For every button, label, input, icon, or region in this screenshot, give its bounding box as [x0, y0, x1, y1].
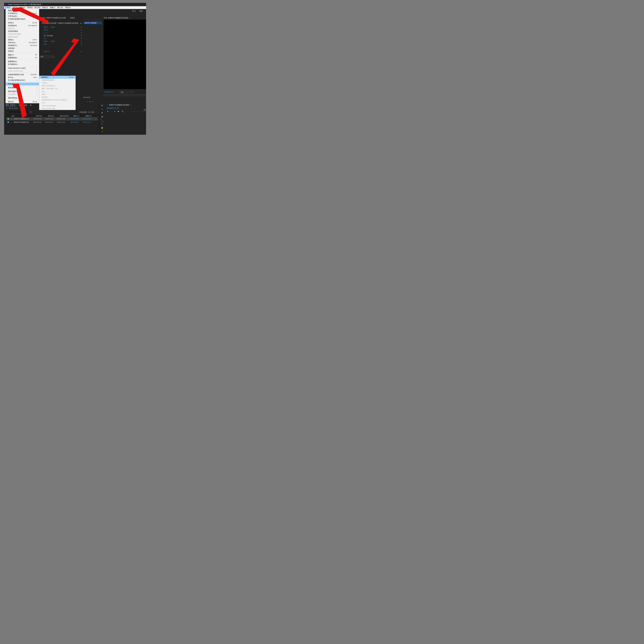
effect-param-row[interactable]: 100.0↺ — [39, 31, 83, 34]
menu-w[interactable]: 窗口(W) — [56, 6, 64, 9]
panel-footer-icons: ▽ ▶ ⎘ — [87, 100, 94, 103]
file-menu-item[interactable]: Adobe Dynamic Link(K)> — [6, 67, 39, 69]
program-zoom-select[interactable]: 适合 ⌄ — [120, 91, 129, 94]
reset-icon[interactable]: ↺ — [81, 51, 82, 53]
markers-icon[interactable]: ▸ — [115, 110, 115, 112]
effect-track-strip[interactable]: 赤峰翁牛特旗摄影 — [84, 22, 102, 24]
reset-icon[interactable]: ↺ — [81, 43, 82, 45]
play-icon[interactable]: ▶ — [81, 22, 82, 24]
effect-param-row[interactable]: 100.0↺ — [39, 29, 83, 31]
effect-param-row[interactable]: 960.0540.0↺ — [39, 26, 83, 29]
tool-button[interactable]: ✥ — [101, 112, 103, 114]
tool-button[interactable]: T — [101, 130, 103, 133]
dropdown-icon: ⌄ — [127, 91, 128, 93]
file-menu-item[interactable]: 设为脱机(O)... — [6, 63, 39, 66]
program-monitor-viewport[interactable] — [104, 20, 146, 89]
menu-v[interactable]: 视图(V) — [49, 6, 56, 9]
track-clip-name: 赤峰翁牛特旗摄影 — [84, 22, 97, 24]
export-submenu[interactable]: 媒体(M)...Ctrl+M动态图形模板(R)...字幕(C)...磁带 (DV… — [39, 76, 76, 110]
col-media-start[interactable]: 媒体开始 — [35, 114, 47, 117]
play-small-icon[interactable]: ▶ — [90, 100, 91, 103]
file-menu-item[interactable]: 捕捉(T)...F5 — [6, 53, 39, 56]
reset-icon[interactable]: ↺ — [81, 32, 82, 34]
export-menu-item: Avid Log Exchange... — [39, 104, 75, 107]
tool-button[interactable]: ✋ — [101, 126, 103, 129]
annotation-arrow-1 — [10, 7, 49, 24]
export-icon[interactable]: ⎘ — [92, 100, 94, 103]
export-menu-item: EDL... — [39, 90, 75, 93]
window-title: Adobe Premiere Pro 2020 - E:\暂存盘\未命名 * — [8, 3, 42, 6]
file-menu-item[interactable]: 关闭项目(P)Ctrl+Shift+W — [6, 24, 39, 27]
program-zoom-value: 适合 — [121, 91, 124, 93]
close-icon[interactable]: × — [107, 104, 108, 106]
settings-icon[interactable]: ◆ — [118, 110, 119, 112]
export-menu-item: AAF... — [39, 101, 75, 104]
col-media-dur[interactable]: 媒体持续时间 — [59, 114, 72, 117]
tool-button[interactable]: ⇢ — [101, 108, 103, 110]
program-timecode[interactable]: 00:04:11:17 — [105, 91, 114, 93]
file-menu-item[interactable]: 保存副本(Y)...Ctrl+Alt+S — [6, 44, 39, 47]
file-menu-item[interactable]: 链接媒体(L)... — [6, 60, 39, 63]
program-monitor-title: 节目: 赤峰翁牛特旗摄影活动花絮 ≡ — [104, 17, 130, 19]
file-menu-item[interactable]: 关闭所有项目 — [6, 30, 39, 33]
svg-marker-2 — [13, 84, 27, 118]
col-video-in[interactable]: 视频入点 — [72, 114, 84, 117]
tool-button[interactable]: ▶ — [101, 104, 103, 107]
checkbox-icon[interactable]: ✓ — [44, 35, 46, 37]
timeline-timecode[interactable]: 00:04:11:17 — [107, 107, 119, 110]
file-menu-item[interactable]: 另存为(A)...Ctrl+Shift+S — [6, 41, 39, 44]
tab-assembly[interactable]: 组件 — [139, 10, 143, 12]
snap-icon[interactable]: ✱ — [107, 110, 109, 112]
tab-libraries[interactable]: 库 — [30, 104, 32, 106]
tool-button[interactable]: ✎ — [101, 123, 103, 125]
effect-param-row[interactable]: ✓等比缩放↺ — [39, 34, 83, 37]
project-list-view-button[interactable]: ▤ — [30, 111, 32, 113]
project-selection-status: 1 项已选择，共 2 项 — [79, 111, 94, 113]
export-menu-item: OMF... — [39, 93, 75, 96]
timeline-tab[interactable]: × 赤峰翁牛特旗摄影活动花絮 ≡ — [107, 104, 131, 106]
export-menu-item: 字幕(C)... — [39, 82, 75, 84]
timeline-panel: ▶⇢✥◆|↔|✎✋T × 赤峰翁牛特旗摄影活动花絮 ≡ 00:04:11:17 … — [100, 103, 146, 135]
file-menu-item[interactable]: 还原(R) — [6, 50, 39, 53]
program-menu-icon[interactable]: ≡ — [129, 17, 130, 19]
menu-burger-icon[interactable]: ≡ — [130, 104, 131, 106]
file-menu-item[interactable]: 全部保存 — [6, 47, 39, 50]
file-menu-item[interactable]: 保存(S)Ctrl+S — [6, 38, 39, 41]
workspace-tabs[interactable]: 学习 组件 — [132, 9, 146, 13]
reset-icon[interactable]: ↺ — [81, 38, 82, 39]
tool-button[interactable]: |↔| — [101, 119, 103, 122]
reset-icon[interactable]: ↺ — [81, 40, 82, 42]
reset-icon[interactable]: ↺ — [81, 29, 82, 31]
filter-icon[interactable]: ▽ — [87, 100, 88, 103]
file-menu-item[interactable]: 批量捕捉(B)...F6 — [6, 56, 39, 59]
export-menu-item: 标记(M)... — [39, 96, 75, 99]
program-fullres-button[interactable] — [131, 91, 133, 93]
reset-icon[interactable]: ↺ — [81, 26, 82, 28]
label-chip — [7, 118, 9, 120]
tab-learn[interactable]: 学习 — [132, 10, 136, 12]
file-menu-item[interactable]: 从媒体浏览器导入(M)Ctrl+Alt+I — [6, 73, 39, 76]
pr-logo-icon: Pr — [5, 3, 7, 6]
file-menu-item[interactable]: 导入(I)...Ctrl+I — [6, 76, 39, 79]
col-video-out[interactable]: 视频出点 — [84, 114, 97, 117]
reset-icon[interactable]: ↺ — [81, 35, 82, 37]
file-menu-item: Adobe Anywhere(H)> — [6, 69, 39, 72]
wrench-icon[interactable]: 🔧 — [121, 110, 124, 112]
tool-button[interactable]: ◆ — [101, 115, 103, 118]
export-menu-item: 磁带 (DV/HDV)(T)... — [39, 84, 75, 87]
tab-metadata[interactable]: 元数据 — [70, 17, 75, 19]
file-menu-item: 刷新所有项目 — [6, 36, 39, 38]
program-ruler[interactable] — [104, 95, 146, 96]
clip-icon: ▭ — [10, 121, 13, 123]
linked-sel-icon[interactable]: ∩ — [111, 110, 112, 112]
mini-scrollbar[interactable] — [83, 97, 90, 98]
col-media-end[interactable]: 媒体结束 — [47, 114, 59, 117]
file-menu-item[interactable]: 导入最近使用的文件(F)> — [6, 79, 39, 82]
project-row[interactable]: ▭赤峰翁牛特旗摄影活动00:00:00:0000:04:11:2400:04:1… — [6, 121, 98, 124]
timeline-tools[interactable]: ▶⇢✥◆|↔|✎✋T — [100, 104, 104, 133]
svg-marker-1 — [51, 38, 79, 77]
list-icon: ▤ — [30, 111, 32, 113]
svg-marker-0 — [12, 7, 49, 23]
timeline-sequence-name: 赤峰翁牛特旗摄影活动花絮 — [109, 104, 129, 106]
menu-h[interactable]: 帮助(H) — [64, 6, 72, 9]
